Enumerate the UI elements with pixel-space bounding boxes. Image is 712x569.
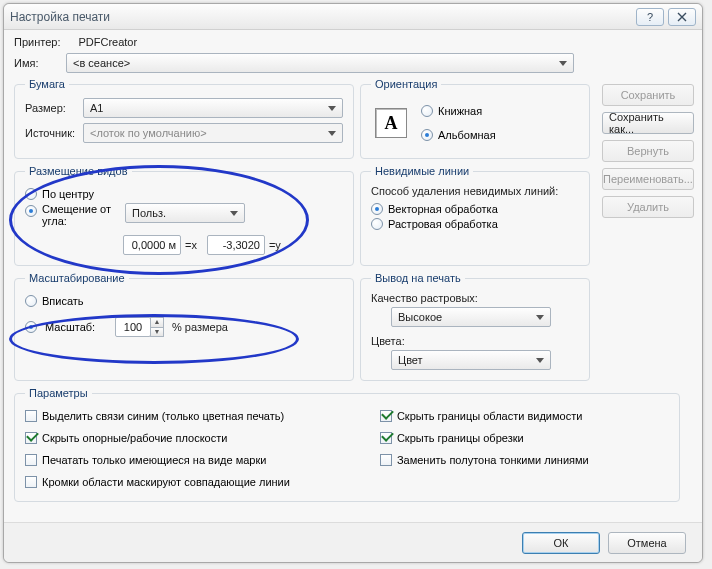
printer-label: Принтер: <box>14 36 60 48</box>
offset-y-label: =y <box>269 239 281 251</box>
orientation-preview-icon: A <box>375 108 407 138</box>
close-button[interactable] <box>668 8 696 26</box>
paper-source-label: Источник: <box>25 127 83 139</box>
dialog-body: Принтер: PDFCreator Имя: <в сеансе> Сохр… <box>4 30 702 522</box>
opt-hide-scope-check[interactable]: Скрыть границы области видимости <box>380 410 589 422</box>
name-select[interactable]: <в сеансе> <box>66 53 574 73</box>
rename-button[interactable]: Переименовать... <box>602 168 694 190</box>
orientation-group: Ориентация A Книжная Альбомная <box>360 78 590 159</box>
zoom-legend: Масштабирование <box>25 272 129 284</box>
offset-x-input[interactable]: 0,0000 м <box>123 235 181 255</box>
hidden-vector-radio[interactable]: Векторная обработка <box>371 203 579 215</box>
placement-center-radio[interactable]: По центру <box>25 188 343 200</box>
orientation-portrait-radio[interactable]: Книжная <box>421 105 496 117</box>
help-button[interactable]: ? <box>636 8 664 26</box>
cancel-button[interactable]: Отмена <box>608 532 686 554</box>
paper-source-select[interactable]: <лоток по умолчанию> <box>83 123 343 143</box>
spinner-buttons[interactable]: ▲▼ <box>150 317 164 337</box>
zoom-spinner[interactable]: 100 ▲▼ <box>115 317 164 337</box>
opt-hide-refplanes-check[interactable]: Скрыть опорные/рабочие плоскости <box>25 432 290 444</box>
save-button[interactable]: Сохранить <box>602 84 694 106</box>
placement-legend: Размещение видов <box>25 165 132 177</box>
save-as-button[interactable]: Сохранить как... <box>602 112 694 134</box>
appearance-group: Вывод на печать Качество растровых: Высо… <box>360 272 590 381</box>
zoom-scale-radio[interactable]: Масштаб: 100 ▲▼ % размера <box>25 317 343 337</box>
placement-group: Размещение видов По центру Смещение от у… <box>14 165 354 266</box>
printer-row: Принтер: PDFCreator <box>14 36 694 48</box>
offset-x-label: =x <box>185 239 197 251</box>
print-setup-dialog: Настройка печати ? Принтер: PDFCreator И… <box>3 3 703 563</box>
hidden-lines-group: Невидимые линии Способ удаления невидимы… <box>360 165 590 266</box>
orientation-legend: Ориентация <box>371 78 441 90</box>
ok-button[interactable]: ОК <box>522 532 600 554</box>
orientation-landscape-radio[interactable]: Альбомная <box>421 129 496 141</box>
opt-thin-lines-check[interactable]: Заменить полутона тонкими линиями <box>380 454 589 466</box>
side-buttons: Сохранить Сохранить как... Вернуть Переи… <box>602 84 694 218</box>
name-row: Имя: <в сеансе> <box>14 53 694 73</box>
name-label: Имя: <box>14 57 66 69</box>
hidden-legend: Невидимые линии <box>371 165 473 177</box>
zoom-suffix: % размера <box>172 321 228 333</box>
opt-mask-edges-check[interactable]: Кромки области маскируют совпадающие лин… <box>25 476 290 488</box>
paper-group: Бумага Размер: A1 Источник: <лоток по ум… <box>14 78 354 159</box>
printer-value: PDFCreator <box>78 36 137 48</box>
opt-hide-crop-check[interactable]: Скрыть границы обрезки <box>380 432 589 444</box>
colors-label: Цвета: <box>371 335 579 347</box>
placement-offset-radio[interactable]: Смещение от угла: Польз. <box>25 203 343 227</box>
zoom-fit-radio[interactable]: Вписать <box>25 295 343 307</box>
paper-size-label: Размер: <box>25 102 83 114</box>
hidden-method-label: Способ удаления невидимых линий: <box>371 185 579 197</box>
opt-blue-links-check[interactable]: Выделить связи синим (только цветная печ… <box>25 410 290 422</box>
raster-quality-select[interactable]: Высокое <box>391 307 551 327</box>
paper-legend: Бумага <box>25 78 69 90</box>
dialog-title: Настройка печати <box>10 10 632 24</box>
options-legend: Параметры <box>25 387 92 399</box>
raster-quality-label: Качество растровых: <box>371 292 579 304</box>
appearance-legend: Вывод на печать <box>371 272 465 284</box>
delete-button[interactable]: Удалить <box>602 196 694 218</box>
offset-y-input[interactable]: -3,3020 <box>207 235 265 255</box>
hidden-raster-radio[interactable]: Растровая обработка <box>371 218 579 230</box>
offset-type-select[interactable]: Польз. <box>125 203 245 223</box>
revert-button[interactable]: Вернуть <box>602 140 694 162</box>
colors-select[interactable]: Цвет <box>391 350 551 370</box>
dialog-footer: ОК Отмена <box>4 522 702 562</box>
close-icon <box>677 12 687 22</box>
opt-print-tags-check[interactable]: Печатать только имеющиеся на виде марки <box>25 454 290 466</box>
paper-size-select[interactable]: A1 <box>83 98 343 118</box>
zoom-group: Масштабирование Вписать Масштаб: 100 ▲▼ … <box>14 272 354 381</box>
options-group: Параметры Выделить связи синим (только ц… <box>14 387 680 502</box>
titlebar: Настройка печати ? <box>4 4 702 30</box>
